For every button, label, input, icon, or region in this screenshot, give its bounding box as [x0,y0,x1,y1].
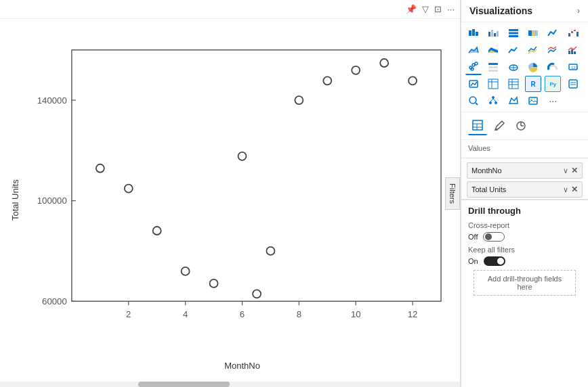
monthno-field[interactable]: MonthNo ∨ ✕ [467,162,583,179]
filter-icon[interactable]: ▽ [422,4,429,14]
svg-rect-39 [509,29,518,31]
pie-chart-icon[interactable] [525,59,541,75]
keep-filters-toggle-row: On [468,256,581,266]
python-visual-icon[interactable]: Py [545,76,561,92]
svg-rect-41 [509,35,518,37]
fields-tool[interactable] [468,116,487,135]
total-units-expand-icon[interactable]: ∨ [563,185,568,194]
scatter-svg: 60000 100000 140000 2 4 6 8 [31,26,453,358]
svg-point-81 [495,101,497,104]
panel-expand-icon[interactable]: › [577,6,580,16]
monthno-expand-icon[interactable]: ∨ [563,166,568,175]
total-units-actions: ∨ ✕ [563,185,578,194]
stacked-bar-icon[interactable] [465,25,482,41]
r-visual-icon[interactable]: R [525,76,541,92]
total-units-remove-icon[interactable]: ✕ [571,185,578,194]
svg-line-78 [490,99,493,101]
viz-icons-grid: 123 R Py ··· [461,22,588,112]
svg-rect-43 [532,30,534,36]
matrix-icon[interactable] [485,76,501,92]
ellipsis-icon[interactable]: ··· [447,4,455,14]
monthno-label: MonthNo [471,166,502,175]
cross-report-toggle-row: Off [468,232,581,242]
svg-text:10: 10 [351,309,361,319]
smart-narrative-icon[interactable] [565,76,581,92]
svg-text:60000: 60000 [42,296,67,306]
filters-tab[interactable]: Filters [445,177,460,210]
combo-icon[interactable] [565,42,581,58]
more-visuals-icon[interactable]: ··· [545,93,561,109]
decomp-tree-icon[interactable] [485,93,501,109]
add-drillthrough-fields[interactable]: Add drill-through fields here [474,270,576,296]
svg-rect-44 [534,30,538,36]
svg-rect-36 [491,30,493,37]
svg-rect-48 [576,32,579,37]
cross-report-track[interactable] [483,232,505,242]
card-icon[interactable]: 123 [565,59,581,75]
gauge-icon[interactable] [545,59,561,75]
line-cluster-icon[interactable] [525,42,541,58]
cross-report-toggle[interactable] [483,232,505,242]
format-tool[interactable] [490,116,509,135]
analytics-tool[interactable] [511,116,530,135]
line-chart-icon[interactable] [505,42,522,58]
keep-filters-option: Keep all filters On [468,246,581,266]
svg-text:2: 2 [126,309,131,319]
slicer-icon[interactable] [485,59,501,75]
x-axis-label: MonthNo [31,358,453,375]
stacked-area-icon[interactable] [485,42,501,58]
svg-point-26 [266,247,274,255]
visualizations-panel: Visualizations › [461,0,588,387]
ribbon-icon[interactable] [545,25,561,41]
panel-tools [461,112,588,140]
area-chart-icon[interactable] [465,42,482,58]
svg-rect-56 [488,63,498,65]
image-icon[interactable] [525,93,541,109]
map-icon[interactable] [505,59,522,75]
stacked-bar2-icon[interactable] [505,25,522,41]
svg-rect-57 [488,66,498,68]
svg-text:6: 6 [240,309,245,319]
svg-rect-82 [529,97,537,104]
chart-toolbar: 📌 ▽ ⊡ ··· [0,0,460,19]
shape-map-icon[interactable] [505,93,522,109]
bar-100-icon[interactable] [525,25,541,41]
chart-inner: 60000 100000 140000 2 4 6 8 [24,26,453,375]
total-units-field[interactable]: Total Units ∨ ✕ [467,181,583,198]
chart-scrollbar[interactable] [0,382,460,387]
cluster-bar-icon[interactable] [485,25,501,41]
svg-text:8: 8 [297,309,301,319]
cross-report-state: Off [468,233,478,241]
focus-icon[interactable]: ⊡ [434,4,442,14]
svg-rect-42 [528,30,532,36]
svg-rect-34 [476,32,478,36]
scatter-chart-icon[interactable] [465,59,482,75]
svg-point-30 [380,59,388,67]
svg-rect-84 [473,120,482,130]
svg-point-54 [475,62,478,65]
scatter-container: 60000 100000 140000 2 4 6 8 [31,26,453,358]
waterfall-icon[interactable] [565,25,581,41]
svg-rect-0 [72,50,441,301]
pin-icon[interactable]: 📌 [406,4,417,14]
monthno-remove-icon[interactable]: ✕ [571,166,578,175]
svg-rect-49 [568,51,570,54]
svg-rect-40 [509,32,518,35]
kpi-icon[interactable] [465,76,482,92]
svg-point-23 [210,279,218,288]
qa-icon[interactable] [465,93,482,109]
keep-filters-toggle[interactable] [484,256,505,266]
values-section-label: Values [461,140,588,155]
svg-point-25 [253,290,261,298]
svg-text:140000: 140000 [37,95,67,106]
svg-rect-37 [494,33,496,37]
svg-point-21 [153,227,161,235]
svg-rect-68 [509,79,518,89]
scrollbar-thumb[interactable] [138,382,230,387]
keep-filters-track[interactable] [484,256,505,266]
cross-report-thumb [485,233,492,240]
table-icon[interactable] [505,76,522,92]
monthno-actions: ∨ ✕ [563,166,578,175]
svg-rect-50 [571,49,573,54]
line-stacked-icon[interactable] [545,42,561,58]
